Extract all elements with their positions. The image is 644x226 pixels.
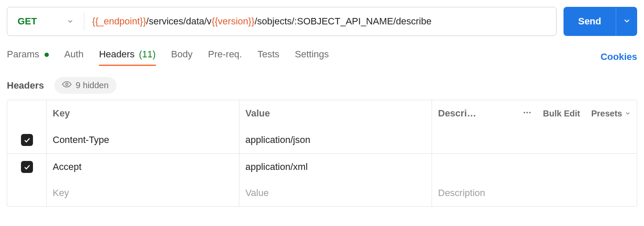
send-more-button[interactable] [616,7,637,36]
table-row: Acceptapplication/xml [7,153,637,180]
url-bar: GET {{_endpoint}}/services/data/v{{versi… [7,7,557,36]
request-tabs: Params Auth Headers (11) Body Pre-req. T… [7,49,637,65]
headers-table: Key Value Descri… Bulk Edit Presets [7,100,637,207]
table-row: Content-Typeapplication/json [7,127,637,153]
row-enabled-checkbox[interactable] [21,134,33,146]
table-row-empty: Key Value Description [7,180,637,206]
hidden-count-label: 9 hidden [76,80,109,90]
column-value: Value [239,100,432,127]
column-checkbox [7,100,47,127]
http-method-label: GET [18,16,37,27]
send-button[interactable]: Send [564,7,616,36]
bulk-edit-button[interactable]: Bulk Edit [543,109,580,119]
headers-section-header: Headers 9 hidden [7,77,637,94]
chevron-down-icon [625,109,631,119]
tab-label: Tests [257,49,279,59]
http-method-select[interactable]: GET [7,7,84,36]
params-dot-icon [45,53,49,57]
request-bar: GET {{_endpoint}}/services/data/v{{versi… [7,7,637,36]
key-input[interactable]: Content-Type [47,127,239,153]
tab-prerequest[interactable]: Pre-req. [208,49,242,65]
tab-settings[interactable]: Settings [295,49,329,65]
dots-horizontal-icon [522,108,532,119]
chevron-down-icon [623,17,631,26]
tab-label: Body [171,49,193,59]
description-input[interactable]: Description [432,180,637,206]
tab-label: Pre-req. [208,49,242,59]
value-input[interactable]: application/json [239,127,432,153]
more-options-button[interactable] [522,108,532,119]
key-input[interactable]: Key [47,180,239,206]
send-button-group: Send [564,7,637,36]
eye-icon [62,80,72,91]
empty-checkbox-cell [7,180,47,206]
key-input[interactable]: Accept [47,154,239,180]
url-segment: /services/data/v [146,16,212,27]
column-description-label: Descri… [438,108,476,119]
row-enabled-checkbox[interactable] [21,161,33,173]
cookies-link[interactable]: Cookies [600,51,637,62]
column-key: Key [47,100,239,127]
url-variable: {{_endpoint}} [92,16,146,27]
tab-label: Params [7,49,39,59]
tab-headers[interactable]: Headers (11) [99,49,155,65]
value-input[interactable]: application/xml [239,154,432,180]
tab-body[interactable]: Body [171,49,193,65]
tab-label: Settings [295,49,329,59]
svg-point-1 [524,112,525,113]
url-segment: /sobjects/:SOBJECT_API_NAME/describe [254,16,431,27]
description-input[interactable] [432,154,637,180]
row-checkbox-cell [7,154,47,180]
tab-label: Headers [99,49,134,59]
presets-dropdown[interactable]: Presets [591,109,631,119]
svg-point-3 [529,112,531,113]
tab-label: Auth [64,49,83,59]
description-input[interactable] [432,127,637,153]
svg-point-2 [526,112,528,113]
tab-params[interactable]: Params [7,49,49,65]
row-checkbox-cell [7,127,47,153]
presets-label: Presets [591,109,622,119]
url-variable: {{version}} [212,16,254,27]
tab-count: (11) [139,49,155,59]
tab-tests[interactable]: Tests [257,49,279,65]
value-input[interactable]: Value [239,180,432,206]
tab-auth[interactable]: Auth [64,49,83,65]
url-input[interactable]: {{_endpoint}}/services/data/v{{version}}… [84,16,556,27]
column-description: Descri… Bulk Edit Presets [432,100,637,127]
svg-point-0 [66,83,68,86]
table-header-row: Key Value Descri… Bulk Edit Presets [7,100,637,127]
chevron-down-icon [67,18,74,25]
section-title: Headers [7,80,44,91]
hidden-headers-toggle[interactable]: 9 hidden [54,77,116,94]
